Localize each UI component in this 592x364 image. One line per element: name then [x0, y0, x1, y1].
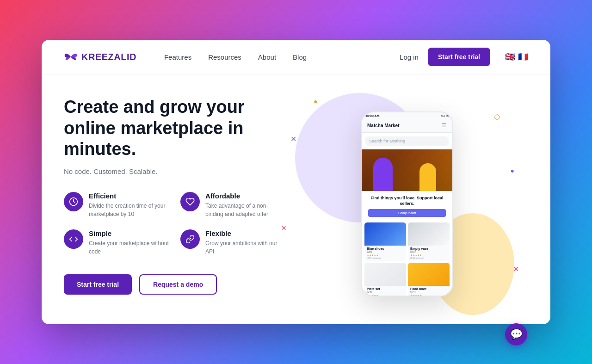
- phone-search[interactable]: Search for anything: [365, 136, 449, 146]
- person-shape-2: [419, 163, 436, 191]
- phone-product-2: Plate set $39 ★★★★★ (246 reviews): [364, 263, 406, 296]
- feature-affordable: Affordable Take advantage of a non-bindi…: [180, 192, 286, 218]
- chat-icon: 💬: [510, 328, 523, 340]
- person-shape-1: [373, 158, 393, 191]
- efficient-title: Efficient: [89, 192, 169, 200]
- phone-shop-button[interactable]: Shop now: [368, 209, 446, 217]
- product-name-0: Blue shoes: [367, 247, 404, 250]
- product-image-vase: [408, 222, 450, 246]
- product-price-1: $59: [410, 250, 447, 253]
- phone-hero-image: [362, 149, 452, 191]
- product-price-3: $29: [410, 290, 447, 294]
- phone-product-0: Blue shoes $59 ★★★★★ (246 reviews): [364, 222, 406, 261]
- phone-cta-section: Find things you'll love. Support local s…: [362, 191, 452, 222]
- affordable-desc: Take advantage of a non-binding and adap…: [205, 202, 286, 218]
- logo-icon: [64, 51, 78, 62]
- main-content: Create and grow your online marketplace …: [42, 74, 550, 324]
- product-name-1: Empty vase: [410, 247, 447, 250]
- french-flag[interactable]: 🇫🇷: [518, 52, 528, 62]
- nav-links: Features Resources About Blog: [164, 53, 400, 61]
- product-image-plate: [364, 263, 406, 286]
- product-price-0: $59: [367, 250, 404, 253]
- affordable-icon: [180, 192, 200, 211]
- feature-simple: Simple Create your marketplace without c…: [64, 229, 169, 256]
- login-link[interactable]: Log in: [400, 53, 419, 61]
- phone-battery: 93 %: [441, 114, 449, 117]
- flexible-title: Flexible: [205, 229, 286, 237]
- phone-status-bar: 10:00 AM 93 %: [362, 112, 452, 118]
- product-image-food: [408, 263, 450, 286]
- phone-cta-title: Find things you'll love. Support local s…: [365, 196, 449, 206]
- nav-features[interactable]: Features: [164, 53, 191, 61]
- phone-product-1: Empty vase $59 ★★★★★ (246 reviews): [408, 222, 450, 261]
- nav-actions: Log in Start free trial 🇬🇧 🇫🇷: [400, 48, 528, 66]
- product-name-3: Food bowl: [410, 287, 447, 290]
- product-stars-1: ★★★★★: [410, 253, 447, 257]
- nav-resources[interactable]: Resources: [208, 53, 241, 61]
- deco-diamond: ◇: [494, 111, 500, 122]
- product-name-2: Plate set: [367, 287, 404, 290]
- right-panel: ● ◇ ✕ ● ✕ ✕ 10:00 AM 93 % Matcha Market …: [286, 74, 528, 324]
- product-stars-3: ★★★★★: [410, 294, 447, 296]
- nav-about[interactable]: About: [258, 53, 276, 61]
- deco-cross-blue: ✕: [290, 135, 296, 143]
- phone-products-grid: Blue shoes $59 ★★★★★ (246 reviews) Empty…: [362, 222, 452, 296]
- phone-mockup: 10:00 AM 93 % Matcha Market ☰ Search for…: [361, 111, 453, 296]
- feature-flexible: Flexible Grow your ambitions with our AP…: [180, 229, 286, 256]
- phone-time: 10:00 AM: [365, 114, 379, 117]
- simple-icon: [64, 229, 83, 249]
- feature-efficient: Efficient Divide the creation time of yo…: [64, 192, 169, 218]
- product-image-shoes: [364, 222, 406, 246]
- chat-bubble[interactable]: 💬: [505, 323, 527, 345]
- product-stars-0: ★★★★★: [367, 253, 404, 257]
- efficient-icon: [64, 192, 83, 211]
- english-flag[interactable]: 🇬🇧: [505, 52, 515, 62]
- logo[interactable]: KREEZALID: [64, 51, 136, 62]
- flexible-desc: Grow your ambitions with our API: [205, 239, 286, 256]
- flexible-icon: [180, 229, 200, 249]
- features-grid: Efficient Divide the creation time of yo…: [64, 192, 286, 256]
- navbar: KREEZALID Features Resources About Blog …: [42, 40, 550, 74]
- simple-desc: Create your marketplace without code: [89, 239, 169, 256]
- phone-store-name: Matcha Market: [367, 123, 399, 128]
- nav-blog[interactable]: Blog: [293, 53, 307, 61]
- main-window: KREEZALID Features Resources About Blog …: [42, 40, 550, 324]
- simple-title: Simple: [89, 229, 169, 237]
- start-trial-button[interactable]: Start free trial: [64, 274, 132, 295]
- nav-cta-button[interactable]: Start free trial: [428, 48, 490, 66]
- product-price-2: $39: [367, 290, 404, 294]
- product-reviews-1: (246 reviews): [410, 257, 447, 259]
- hero-subtitle: No code. Customed. Scalable.: [64, 167, 286, 175]
- left-panel: Create and grow your online marketplace …: [64, 74, 286, 324]
- phone-search-placeholder: Search for anything: [369, 139, 405, 143]
- logo-text: KREEZALID: [81, 52, 136, 62]
- button-row: Start free trial Request a demo: [64, 274, 286, 295]
- efficient-desc: Divide the creation time of your marketp…: [89, 202, 169, 218]
- language-switcher: 🇬🇧 🇫🇷: [505, 52, 528, 62]
- product-reviews-0: (246 reviews): [367, 257, 404, 259]
- affordable-title: Affordable: [205, 192, 286, 200]
- phone-product-3: Food bowl $29 ★★★★★ (246 reviews): [408, 263, 450, 296]
- product-stars-2: ★★★★★: [367, 294, 404, 296]
- phone-menu-icon: ☰: [442, 122, 447, 129]
- deco-cross-pink: ✕: [513, 265, 519, 273]
- deco-dot-blue: ●: [511, 167, 514, 174]
- phone-top-bar: Matcha Market ☰: [362, 118, 452, 133]
- hero-title: Create and grow your online marketplace …: [64, 97, 286, 160]
- request-demo-button[interactable]: Request a demo: [139, 274, 217, 295]
- deco-dot-yellow: ●: [314, 98, 317, 105]
